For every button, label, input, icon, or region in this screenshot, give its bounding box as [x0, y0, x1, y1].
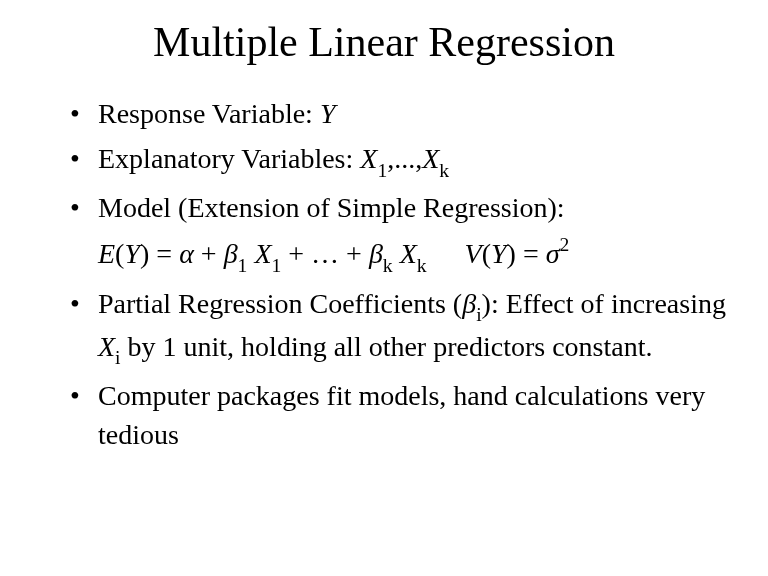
- eq-E: E: [98, 239, 115, 270]
- var-xk: X: [422, 143, 439, 174]
- beta1: β: [224, 239, 238, 270]
- bullet-list-2: Partial Regression Coefficients (βi): Ef…: [70, 284, 728, 454]
- text: ) =: [140, 239, 179, 270]
- sup-2: 2: [560, 234, 570, 255]
- sigma: σ: [546, 239, 560, 270]
- x1: X: [254, 239, 271, 270]
- eq-VY: Y: [491, 239, 507, 270]
- slide-content: Response Variable: Y Explanatory Variabl…: [30, 94, 738, 454]
- bullet-model: Model (Extension of Simple Regression):: [70, 188, 728, 227]
- text: Response Variable:: [98, 98, 320, 129]
- eq-Y: Y: [124, 239, 140, 270]
- plus: +: [194, 239, 224, 270]
- beta-i: β: [462, 288, 476, 319]
- sub-i: i: [115, 347, 120, 368]
- space: [393, 239, 400, 270]
- betak: β: [369, 239, 383, 270]
- sub-1: 1: [272, 255, 282, 276]
- bullet-response-variable: Response Variable: Y: [70, 94, 728, 133]
- bullet-explanatory-variables: Explanatory Variables: X1,...,Xk: [70, 139, 728, 182]
- var-y: Y: [320, 98, 336, 129]
- bullet-list: Response Variable: Y Explanatory Variabl…: [70, 94, 728, 227]
- sub-k: k: [439, 160, 449, 181]
- bullet-computer-packages: Computer packages fit models, hand calcu…: [70, 376, 728, 454]
- sub-k: k: [417, 255, 427, 276]
- text: Explanatory Variables:: [98, 143, 360, 174]
- sub-i: i: [476, 304, 481, 325]
- text: by 1 unit, holding all other predictors …: [121, 331, 653, 362]
- text: ): Effect of increasing: [482, 288, 726, 319]
- bullet-partial-coefficients: Partial Regression Coefficients (βi): Ef…: [70, 284, 728, 370]
- sub-1: 1: [238, 255, 248, 276]
- text: Model (Extension of Simple Regression):: [98, 192, 565, 223]
- x-i: X: [98, 331, 115, 362]
- eq-V: V: [465, 239, 482, 270]
- sub-k: k: [383, 255, 393, 276]
- text: ) =: [507, 239, 546, 270]
- var-x1: X: [360, 143, 377, 174]
- xk: X: [400, 239, 417, 270]
- paren: (: [482, 239, 491, 270]
- text: ,...,: [387, 143, 422, 174]
- plus-ellipsis: + … +: [281, 239, 369, 270]
- equation-line: E(Y) = α + β1 X1 + … + βk XkV(Y) = σ2: [70, 233, 728, 277]
- text: Computer packages fit models, hand calcu…: [98, 380, 705, 450]
- text: Partial Regression Coefficients (: [98, 288, 462, 319]
- slide-title: Multiple Linear Regression: [30, 18, 738, 66]
- sub-1: 1: [377, 160, 387, 181]
- alpha: α: [179, 239, 194, 270]
